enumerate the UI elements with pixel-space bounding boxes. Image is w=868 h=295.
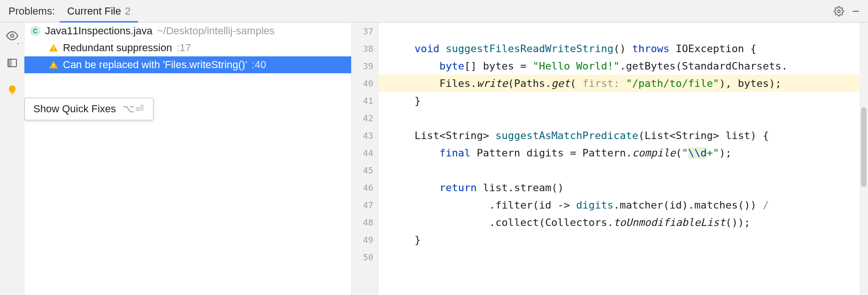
problems-tree: C Java11Inspections.java ~/Desktop/intel… bbox=[24, 23, 351, 295]
code-line[interactable]: Files.write(Paths.get( first: "/path/to/… bbox=[378, 75, 860, 92]
svg-rect-5 bbox=[53, 47, 54, 49]
problems-toolbar: Problems: Current File 2 bbox=[0, 0, 868, 23]
code-line[interactable]: .collect(Collectors.toUnmodifiableList()… bbox=[378, 214, 860, 231]
warning-icon bbox=[49, 43, 58, 53]
quick-fix-shortcut: ⌥⏎ bbox=[123, 103, 145, 115]
line-number: 50 bbox=[352, 248, 378, 266]
problem-location: :40 bbox=[252, 59, 266, 71]
line-number: 38 bbox=[352, 40, 378, 57]
line-number: 46 bbox=[352, 179, 378, 196]
line-number: 49 bbox=[352, 231, 378, 248]
code-line[interactable]: } bbox=[378, 92, 860, 109]
warning-icon bbox=[49, 60, 58, 70]
file-name: Java11Inspections.java bbox=[45, 25, 153, 37]
line-number: 40 bbox=[352, 75, 378, 92]
code-line[interactable]: byte[] bytes = "Hello World!".getBytes(S… bbox=[378, 57, 860, 75]
quick-fix-label: Show Quick Fixes bbox=[33, 103, 116, 115]
svg-rect-8 bbox=[53, 67, 54, 68]
editor-gutter: 3738394041424344454647484950 bbox=[351, 23, 378, 295]
main-area: C Java11Inspections.java ~/Desktop/intel… bbox=[0, 23, 868, 295]
line-number: 43 bbox=[352, 127, 378, 144]
line-number: 39 bbox=[352, 57, 378, 75]
code-line[interactable] bbox=[378, 23, 860, 40]
line-number: 44 bbox=[352, 144, 378, 162]
problem-item[interactable]: Redundant suppression :17 bbox=[24, 39, 351, 56]
code-line[interactable]: final Pattern digits = Pattern.compile("… bbox=[378, 144, 860, 162]
file-node[interactable]: C Java11Inspections.java ~/Desktop/intel… bbox=[24, 23, 351, 39]
problem-item[interactable]: Can be replaced with 'Files.writeString(… bbox=[24, 56, 351, 73]
minimize-icon[interactable] bbox=[847, 3, 864, 20]
eye-icon[interactable] bbox=[5, 28, 20, 43]
tab-current-file[interactable]: Current File 2 bbox=[60, 0, 138, 23]
line-number: 47 bbox=[352, 196, 378, 214]
tab-count-badge: 2 bbox=[125, 5, 131, 17]
line-number: 45 bbox=[352, 162, 378, 179]
code-line[interactable]: return list.stream() bbox=[378, 179, 860, 196]
line-number: 48 bbox=[352, 214, 378, 231]
left-icon-strip bbox=[0, 23, 24, 295]
scrollbar-thumb[interactable] bbox=[861, 107, 867, 187]
problems-title: Problems: bbox=[4, 5, 60, 17]
code-line[interactable] bbox=[378, 162, 860, 179]
file-path: ~/Desktop/intellij-samples bbox=[157, 25, 275, 37]
code-line[interactable] bbox=[378, 248, 860, 266]
gear-icon[interactable] bbox=[830, 3, 847, 20]
tab-label: Current File bbox=[67, 5, 121, 17]
scrollbar[interactable] bbox=[860, 23, 868, 295]
line-number: 42 bbox=[352, 109, 378, 127]
layout-icon[interactable] bbox=[5, 55, 20, 70]
code-editor[interactable]: void suggestFilesReadWriteString() throw… bbox=[378, 23, 860, 295]
code-line[interactable] bbox=[378, 109, 860, 127]
problem-text: Can be replaced with 'Files.writeString(… bbox=[63, 59, 247, 71]
svg-point-2 bbox=[10, 34, 14, 38]
code-line[interactable]: void suggestFilesReadWriteString() throw… bbox=[378, 40, 860, 57]
java-class-icon: C bbox=[30, 26, 40, 36]
problem-text: Redundant suppression bbox=[63, 42, 172, 54]
bulb-icon[interactable] bbox=[5, 83, 20, 98]
problem-location: :17 bbox=[177, 42, 191, 54]
quick-fix-popover[interactable]: Show Quick Fixes ⌥⏎ bbox=[24, 98, 154, 120]
code-line[interactable]: List<String> suggestAsMatchPredicate(Lis… bbox=[378, 127, 860, 144]
code-line[interactable]: .filter(id -> digits.matcher(id).matches… bbox=[378, 196, 860, 214]
line-number: 41 bbox=[352, 92, 378, 109]
line-number: 37 bbox=[352, 23, 378, 40]
code-line[interactable]: } bbox=[378, 231, 860, 248]
svg-rect-6 bbox=[53, 50, 54, 51]
svg-rect-7 bbox=[53, 64, 54, 66]
svg-rect-4 bbox=[8, 59, 11, 67]
svg-point-0 bbox=[837, 10, 840, 13]
